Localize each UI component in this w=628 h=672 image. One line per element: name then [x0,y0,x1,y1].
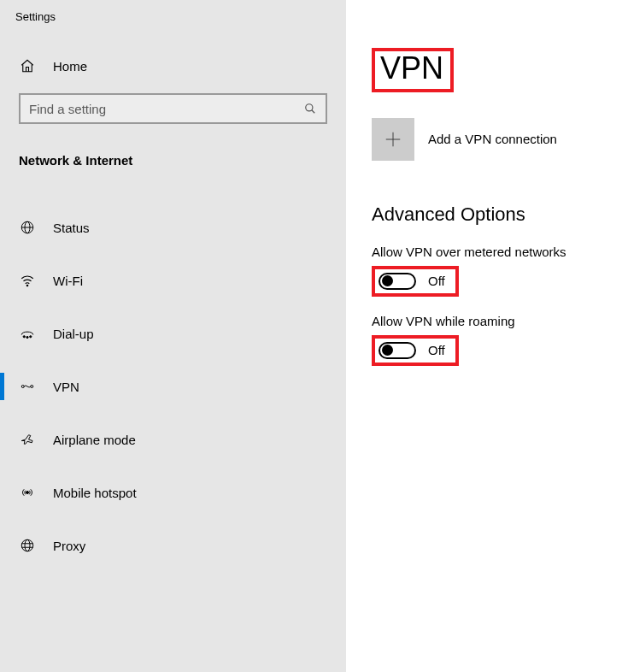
globe-icon [19,219,36,236]
toggle-roaming[interactable] [379,342,416,359]
svg-point-6 [23,336,25,338]
sidebar: Settings Home Network & Internet [0,0,346,672]
toggle-metered-state: Off [428,274,445,288]
sidebar-item-label: Status [53,221,90,235]
sidebar-item-hotspot[interactable]: Mobile hotspot [0,474,346,511]
svg-point-0 [306,104,313,111]
sidebar-item-label: Mobile hotspot [53,486,137,500]
option-metered: Allow VPN over metered networks Off [372,245,628,297]
svg-point-10 [31,386,33,388]
sidebar-item-label: Airplane mode [53,433,136,447]
plus-icon [372,118,414,161]
toggle-roaming-state: Off [428,343,445,357]
search-icon [303,102,317,115]
sidebar-item-label: Dial-up [53,327,94,341]
svg-line-1 [312,110,315,114]
toggle-knob [382,345,393,356]
add-vpn-connection[interactable]: Add a VPN connection [372,118,628,161]
add-vpn-label: Add a VPN connection [428,132,557,146]
nav-list: Status Wi-Fi D [0,209,346,564]
sidebar-item-vpn[interactable]: VPN [0,368,346,405]
option-roaming-highlight: Off [372,335,459,366]
option-metered-highlight: Off [372,266,459,297]
advanced-heading: Advanced Options [372,203,628,226]
home-nav[interactable]: Home [0,49,346,83]
airplane-icon [19,431,36,448]
page-title: VPN [380,51,443,85]
sidebar-item-label: VPN [53,380,79,394]
proxy-icon [19,537,36,554]
page-title-highlight: VPN [372,48,454,92]
hotspot-icon [19,484,36,501]
sidebar-item-label: Wi-Fi [53,274,83,288]
sidebar-item-label: Proxy [53,539,85,553]
window-title: Settings [0,10,346,23]
dialup-icon [19,325,36,342]
sidebar-item-dialup[interactable]: Dial-up [0,315,346,352]
toggle-knob [382,275,393,286]
home-icon [19,57,36,74]
toggle-metered[interactable] [379,273,416,290]
sidebar-item-airplane[interactable]: Airplane mode [0,421,346,458]
wifi-icon [19,272,36,289]
svg-point-11 [26,492,29,494]
sidebar-item-wifi[interactable]: Wi-Fi [0,262,346,299]
svg-point-5 [26,285,28,286]
option-roaming-label: Allow VPN while roaming [372,314,628,328]
option-roaming: Allow VPN while roaming Off [372,314,628,366]
svg-point-13 [25,539,30,551]
option-metered-label: Allow VPN over metered networks [372,245,628,259]
svg-point-8 [30,336,32,338]
svg-point-7 [26,336,28,338]
home-label: Home [53,59,87,74]
svg-point-12 [21,539,33,551]
search-input[interactable] [29,102,303,116]
section-title: Network & Internet [0,143,346,183]
search-box[interactable] [19,93,327,124]
vpn-icon [19,378,36,395]
svg-point-9 [21,386,24,388]
main-content: VPN Add a VPN connection Advanced Option… [346,0,628,672]
sidebar-item-proxy[interactable]: Proxy [0,527,346,564]
sidebar-item-status[interactable]: Status [0,209,346,246]
